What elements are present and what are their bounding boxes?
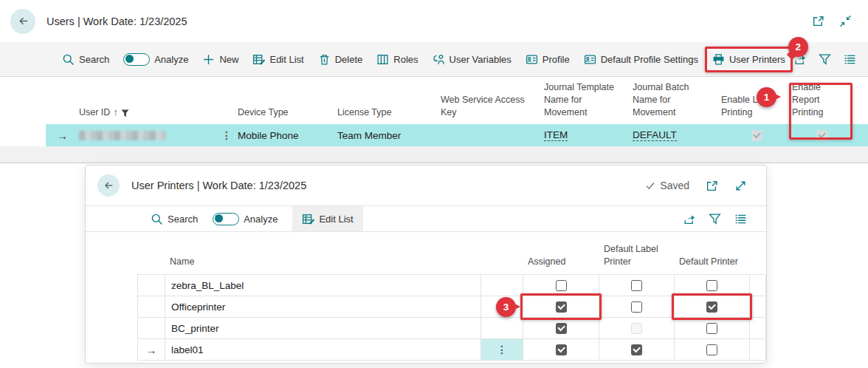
delete-button[interactable]: Delete [318, 53, 363, 66]
new-button[interactable]: New [202, 53, 238, 66]
popout-icon[interactable] [706, 180, 718, 192]
column-header-enable-report-printing[interactable]: Enable Report Printing 1 [792, 81, 852, 119]
dialog-table-body: zebra_BL_Label Officeprinter 3 [137, 274, 765, 361]
sort-ascending-icon: ↑ [113, 106, 117, 119]
printer-name-cell[interactable]: zebra_BL_Label [165, 275, 481, 296]
row-ellipsis-icon[interactable]: ⋮ [497, 344, 507, 355]
table-row[interactable]: → label01 ⋮ [138, 339, 765, 361]
device-type-cell[interactable]: Mobile Phone [238, 124, 337, 146]
column-header-default-printer[interactable]: Default Printer [674, 256, 749, 268]
popout-icon[interactable] [812, 15, 824, 27]
selected-row-arrow-icon: → [57, 129, 68, 142]
search-icon [62, 53, 75, 66]
users-table-row[interactable]: → ⋮ Mobile Phone Team Member ITEM DEFAUL… [46, 124, 868, 146]
row-selector-cell[interactable] [138, 275, 165, 296]
profile-button[interactable]: Profile [526, 53, 570, 66]
journal-batch-cell[interactable]: DEFAULT [633, 124, 721, 146]
roles-button[interactable]: Roles [376, 53, 418, 66]
list-footer-strip [0, 146, 868, 163]
default-profile-settings-button[interactable]: Default Profile Settings [584, 53, 698, 66]
columns-icon [376, 53, 389, 66]
annotation-badge-2: 2 [788, 37, 808, 57]
search-button[interactable]: Search [62, 53, 109, 66]
default-label-printer-checkbox[interactable] [631, 280, 642, 291]
toggle-switch-icon [213, 213, 239, 225]
table-row[interactable]: BC_printer [138, 318, 765, 339]
trash-icon [318, 53, 331, 66]
journal-template-cell[interactable]: ITEM [544, 124, 633, 146]
column-header-user-id[interactable]: User ID ↑ [79, 106, 216, 119]
dialog-table-header: Name Assigned Default Label Printer Defa… [137, 232, 766, 274]
search-icon [151, 213, 163, 225]
row-selector-cell[interactable] [138, 296, 165, 317]
row-selector-cell[interactable]: → [138, 339, 165, 360]
filter-icon[interactable] [819, 53, 831, 66]
share-icon[interactable] [683, 213, 695, 225]
collapse-icon[interactable] [839, 15, 852, 27]
users-page-header: Users | Work Date: 1/23/2025 [0, 0, 868, 42]
column-header-license-type[interactable]: License Type [337, 106, 441, 119]
selected-row-arrow-icon: → [146, 344, 157, 356]
dialog-back-button[interactable] [97, 174, 120, 197]
enable-label-printing-checkbox [751, 130, 762, 141]
profile-card-icon [526, 53, 538, 66]
table-row[interactable]: Officeprinter 3 [138, 296, 765, 318]
dialog-analyze-toggle[interactable]: Analyze [213, 213, 278, 225]
user-variables-icon [433, 53, 445, 66]
user-id-cell[interactable] [79, 124, 216, 146]
back-arrow-icon [103, 180, 114, 191]
back-arrow-icon [17, 15, 30, 27]
plus-icon [202, 53, 215, 66]
license-type-cell[interactable]: Team Member [337, 124, 441, 146]
web-service-access-key-cell[interactable] [441, 124, 544, 146]
edit-list-icon [252, 53, 265, 66]
expand-icon[interactable] [734, 180, 747, 192]
default-label-printer-checkbox[interactable] [631, 301, 642, 313]
toggle-switch-icon [123, 53, 150, 66]
printer-name-cell[interactable]: label01 [165, 339, 481, 360]
column-header-default-label-printer[interactable]: Default Label Printer [599, 243, 674, 268]
edit-list-button[interactable]: Edit List [252, 53, 303, 66]
more-options-icon[interactable] [844, 53, 856, 66]
dialog-search-button[interactable]: Search [151, 213, 198, 225]
printer-name-cell[interactable]: BC_printer [165, 318, 481, 338]
dialog-header: User Printers | Work Date: 1/23/2025 Sav… [86, 166, 766, 205]
column-header-journal-template[interactable]: Journal Template Name for Movement [544, 81, 633, 119]
column-header-journal-batch[interactable]: Journal Batch Name for Movement [633, 81, 721, 119]
printer-icon [712, 53, 725, 66]
printer-name-cell[interactable]: Officeprinter [165, 296, 481, 317]
column-header-device-type[interactable]: Device Type [238, 106, 337, 119]
assigned-checkbox[interactable] [556, 301, 567, 313]
saved-indicator: Saved [645, 180, 689, 191]
column-header-assigned[interactable]: Assigned [523, 256, 599, 268]
edit-list-icon [302, 213, 314, 225]
check-icon [645, 180, 655, 191]
assigned-checkbox[interactable] [556, 344, 567, 355]
assigned-checkbox[interactable] [556, 323, 567, 334]
user-printers-dialog: User Printers | Work Date: 1/23/2025 Sav… [85, 165, 767, 364]
default-printer-checkbox[interactable] [706, 301, 717, 313]
dialog-title: User Printers | Work Date: 1/23/2025 [131, 180, 306, 191]
user-printers-button[interactable]: User Printers 2 [712, 53, 785, 66]
default-printer-checkbox[interactable] [706, 323, 717, 334]
row-selector-cell[interactable] [138, 318, 165, 338]
dialog-edit-list-button[interactable]: Edit List [292, 206, 362, 231]
assigned-checkbox[interactable] [556, 280, 567, 291]
user-variables-button[interactable]: User Variables [433, 53, 512, 66]
table-row[interactable]: zebra_BL_Label [138, 275, 765, 296]
users-action-bar: Search Analyze New Edit List Delete [0, 42, 868, 77]
profile-settings-card-icon [584, 53, 596, 66]
more-options-icon[interactable] [734, 213, 747, 225]
default-printer-checkbox[interactable] [706, 344, 717, 355]
row-ellipsis-icon[interactable]: ⋮ [221, 129, 232, 141]
annotation-badge-3: 3 [496, 297, 516, 317]
screen: Users | Work Date: 1/23/2025 Search Anal… [0, 0, 868, 368]
column-header-name[interactable]: Name [165, 256, 480, 268]
default-label-printer-checkbox[interactable] [631, 344, 642, 355]
dialog-action-bar: Search Analyze Edit List [86, 205, 766, 232]
default-printer-checkbox[interactable] [706, 280, 717, 291]
back-button[interactable] [10, 9, 35, 34]
filter-icon[interactable] [709, 213, 721, 225]
analyze-toggle[interactable]: Analyze [123, 53, 188, 66]
column-header-web-service-access-key[interactable]: Web Service Access Key [441, 94, 544, 119]
